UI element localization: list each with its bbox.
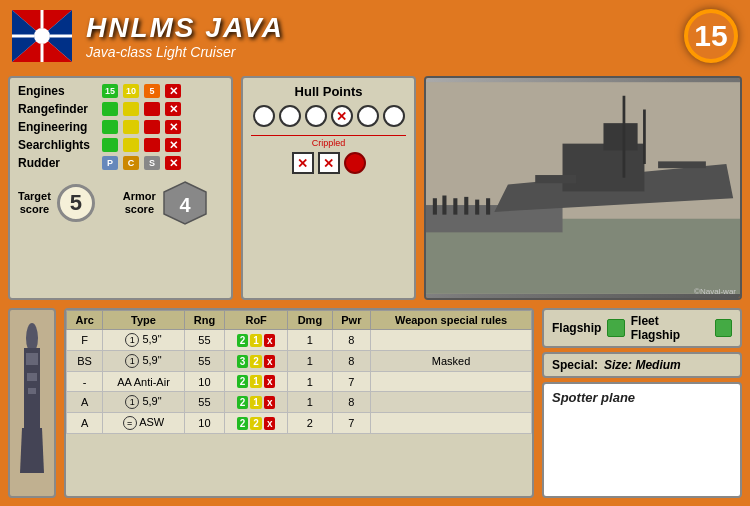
cell-rng: 55 [184,392,224,413]
col-dmg: Dmg [288,311,332,330]
cell-pwr: 8 [332,330,371,351]
svg-rect-25 [464,197,468,215]
engineering-label: Engineering [18,120,98,134]
hull-circle-1 [253,105,275,127]
svg-text:4: 4 [179,194,191,216]
target-score-badge: Targetscore 5 [18,180,95,226]
svg-rect-16 [563,144,645,192]
weapons-table: Arc Type Rng RoF Dmg Pwr Weapon special … [66,310,532,434]
weapons-panel: Arc Type Rng RoF Dmg Pwr Weapon special … [64,308,534,498]
col-pwr: Pwr [332,311,371,330]
hull-panel: Hull Points ✕ Crippled ✕ ✕ [241,76,416,300]
special-row: Special: Size: Medium [542,352,742,378]
flagship-indicator [607,319,624,337]
flagship-indicator-2 [715,319,732,337]
cell-rof: 3 2 x [225,351,288,372]
bottom-section: Arc Type Rng RoF Dmg Pwr Weapon special … [0,304,750,502]
table-row: - AA Anti-Air 10 2 1 x 1 7 [67,372,532,392]
hull-title: Hull Points [251,84,406,99]
cell-rof: 2 1 x [225,392,288,413]
flagship-row: Flagship Fleet Flagship [542,308,742,348]
table-row: BS 1 5,9" 55 3 2 x 1 8 Masked [67,351,532,372]
hull-circles: ✕ [251,105,406,127]
size-value: Medium [635,358,680,372]
rf-pip-x: ✕ [165,102,181,116]
table-row: A = ASW 10 2 2 x 2 7 [67,413,532,434]
rf-pip-1 [102,102,118,116]
svg-rect-20 [535,175,576,183]
crippled-row: ✕ ✕ [251,152,406,174]
svg-marker-30 [20,428,44,473]
svg-rect-23 [442,196,446,215]
cell-special [371,330,532,351]
cell-type: AA Anti-Air [103,372,185,392]
sl-pip-1 [102,138,118,152]
armor-score-label: Armorscore [123,190,156,216]
rf-pip-3 [144,102,160,116]
crippled-dot [344,152,366,174]
rudder-x: ✕ [165,156,181,170]
flagship-name: Fleet Flagship [631,314,709,342]
cell-arc: A [67,413,103,434]
rudder-s: S [144,156,160,170]
armor-score-badge: Armorscore 4 [123,180,208,226]
ship-image: ©Naval-war [424,76,742,300]
sl-pip-x: ✕ [165,138,181,152]
header: HNLMS JAVA Java-class Light Cruiser 15 [0,0,750,72]
hull-circle-5 [357,105,379,127]
rudder-c: C [123,156,139,170]
cell-type: 1 5,9" [103,392,185,413]
sl-pip-3 [144,138,160,152]
cell-rof: 2 1 x [225,372,288,392]
table-row: A 1 5,9" 55 2 1 x 1 8 [67,392,532,413]
eng-pip-1 [102,120,118,134]
svg-rect-27 [486,198,490,214]
size-label: Size: Medium [604,358,681,372]
silhouette-icon [12,318,52,488]
size-label-text: Size: [604,358,632,372]
cell-special [371,413,532,434]
engine-pip-5: 5 [144,84,160,98]
ship-photo-svg [426,78,740,298]
weapons-header-row: Arc Type Rng RoF Dmg Pwr Weapon special … [67,311,532,330]
target-score-label: Targetscore [18,190,51,216]
svg-rect-26 [475,200,479,215]
svg-rect-32 [27,373,37,381]
cell-pwr: 8 [332,351,371,372]
ship-name: HNLMS JAVA [86,12,684,44]
target-score-value: 5 [57,184,95,222]
crippled-box-1: ✕ [292,152,314,174]
cell-dmg: 1 [288,372,332,392]
cell-arc: A [67,392,103,413]
flagship-label: Flagship [552,321,601,335]
hull-circle-2 [279,105,301,127]
svg-point-5 [34,28,50,44]
cell-dmg: 1 [288,392,332,413]
main-top-section: Engines 15 10 5 ✕ Rangefinder ✕ Engineer… [0,72,750,304]
engines-label: Engines [18,84,98,98]
notes-box: Spotter plane [542,382,742,498]
cell-dmg: 1 [288,351,332,372]
cell-special [371,372,532,392]
cell-arc: F [67,330,103,351]
col-rof: RoF [225,311,288,330]
rudder-p: P [102,156,118,170]
svg-rect-17 [603,123,637,150]
cell-pwr: 7 [332,413,371,434]
armor-hex-container: 4 [162,180,208,226]
ship-title: HNLMS JAVA Java-class Light Cruiser [86,12,684,60]
cell-dmg: 1 [288,330,332,351]
ship-image-placeholder: ©Naval-war [426,78,740,298]
cell-rng: 10 [184,372,224,392]
eng-pip-x: ✕ [165,120,181,134]
cell-arc: - [67,372,103,392]
scores-row: Targetscore 5 Armorscore 4 [18,180,223,226]
hull-circle-4: ✕ [331,105,353,127]
cell-arc: BS [67,351,103,372]
cell-special [371,392,532,413]
crippled-label: Crippled [251,135,406,148]
svg-rect-33 [28,388,36,394]
svg-rect-22 [433,198,437,214]
engine-pip-10: 10 [123,84,139,98]
stats-panel: Engines 15 10 5 ✕ Rangefinder ✕ Engineer… [8,76,233,300]
